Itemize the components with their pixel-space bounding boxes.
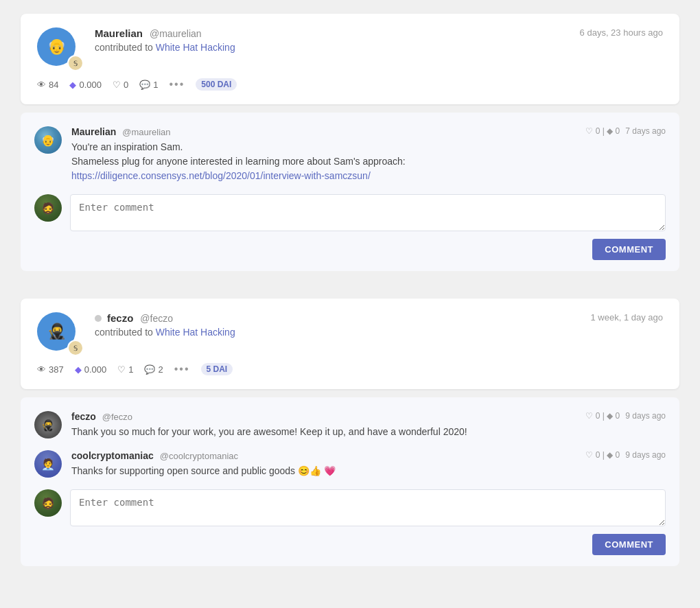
comment-user-1: Maurelian bbox=[71, 126, 116, 137]
comment-handle-2a: @feczo bbox=[102, 412, 132, 422]
speech-icon-2: 💬 bbox=[144, 364, 155, 375]
dai-badge-1: 500 DAI bbox=[196, 78, 237, 91]
dai-badge-2: 5 DAI bbox=[201, 363, 233, 375]
stat-likes-2: ♡ 1 bbox=[117, 364, 133, 375]
eth-icon-2: ◆ bbox=[75, 364, 82, 375]
stat-eth-2: ◆ 0.000 bbox=[75, 364, 107, 375]
comment-item-2a: 🥷 feczo @feczo ♡ 0 | ◆ 0 9 days ago Than… bbox=[34, 411, 666, 439]
post-meta-1: Maurelian @maurelian contributed to Whit… bbox=[95, 27, 235, 53]
post-handle-2: @feczo bbox=[140, 313, 173, 324]
comment-time-2b: 9 days ago bbox=[625, 450, 666, 460]
offline-indicator bbox=[95, 315, 102, 322]
more-dots-1[interactable]: ••• bbox=[169, 78, 185, 91]
post-card-2: 🥷 𝕊 feczo @feczo contributed to White Ha… bbox=[21, 299, 679, 389]
post-stats-1: 👁 84 ◆ 0.000 ♡ 0 💬 1 ••• 500 DAI bbox=[37, 78, 663, 91]
post-action-2: contributed to White Hat Hacking bbox=[95, 327, 235, 338]
comment-user-2b: coolcryptomaniac bbox=[71, 450, 154, 461]
post-project-link-2[interactable]: White Hat Hacking bbox=[156, 327, 235, 338]
comment-avatar-feczo: 🥷 bbox=[34, 411, 62, 439]
stat-views-1: 👁 84 bbox=[37, 80, 58, 90]
comment-button-2[interactable]: COMMENT bbox=[592, 534, 666, 555]
more-dots-2[interactable]: ••• bbox=[174, 363, 190, 375]
post-action-1: contributed to White Hat Hacking bbox=[95, 42, 235, 53]
comment-input-row-2: 🧔 COMMENT bbox=[34, 489, 666, 555]
comment-input-1[interactable] bbox=[70, 194, 666, 231]
post-handle-1: @maurelian bbox=[150, 28, 202, 39]
post-meta-2: feczo @feczo contributed to White Hat Ha… bbox=[95, 312, 235, 338]
commenter-avatar-1: 🧔 bbox=[34, 194, 62, 222]
commenter-avatar-2: 🧔 bbox=[34, 489, 62, 517]
comment-time-2a: 9 days ago bbox=[625, 411, 666, 421]
comment-section-1: 👴 Maurelian @maurelian ♡ 0 | ◆ 0 7 days … bbox=[21, 113, 679, 271]
speech-icon-1: 💬 bbox=[139, 80, 150, 90]
comment-item-2b: 🧑‍💼 coolcryptomaniac @coolcryptomaniac ♡… bbox=[34, 450, 666, 478]
comment-stats-2b: ♡ 0 | ◆ 0 bbox=[585, 450, 620, 460]
avatar-emoji: 👴 bbox=[47, 38, 66, 56]
comment-body-1: Maurelian @maurelian ♡ 0 | ◆ 0 7 days ag… bbox=[71, 126, 666, 183]
heart-icon-1: ♡ bbox=[113, 80, 121, 90]
stat-comments-2: 💬 2 bbox=[144, 364, 163, 375]
comment-body-2a: feczo @feczo ♡ 0 | ◆ 0 9 days ago Thank … bbox=[71, 411, 666, 439]
post-username-1: Maurelian bbox=[95, 27, 143, 39]
comment-handle-1: @maurelian bbox=[122, 127, 170, 137]
comment-avatar-maurelian: 👴 bbox=[34, 126, 62, 154]
stat-likes-1: ♡ 0 bbox=[113, 80, 128, 90]
post-username-2: feczo bbox=[107, 312, 133, 324]
stat-eth-1: ◆ 0.000 bbox=[69, 80, 102, 90]
avatar-wrap-2: 🥷 𝕊 bbox=[37, 312, 84, 356]
comment-handle-2b: @coolcryptomaniac bbox=[160, 451, 238, 461]
avatar-emoji-feczo: 🥷 bbox=[47, 323, 66, 340]
heart-icon-2: ♡ bbox=[117, 364, 126, 375]
stat-comments-1: 💬 1 bbox=[139, 80, 158, 90]
avatar-badge: 𝕊 bbox=[67, 55, 84, 71]
eth-icon-1: ◆ bbox=[69, 80, 76, 90]
comment-stats-2a: ♡ 0 | ◆ 0 bbox=[585, 411, 620, 421]
comment-stats-1: ♡ 0 | ◆ 0 bbox=[585, 126, 620, 136]
comment-text-2b: Thanks for supporting open source and pu… bbox=[71, 464, 666, 478]
comment-text-2a: Thank you so much for your work, you are… bbox=[71, 425, 666, 439]
eye-icon: 👁 bbox=[37, 80, 46, 90]
comment-input-row-1: 🧔 COMMENT bbox=[34, 194, 666, 260]
avatar-wrap-1: 👴 𝕊 bbox=[37, 27, 84, 71]
comment-item-1: 👴 Maurelian @maurelian ♡ 0 | ◆ 0 7 days … bbox=[34, 126, 666, 183]
avatar-badge-2: 𝕊 bbox=[67, 340, 84, 356]
comment-time-1: 7 days ago bbox=[625, 126, 666, 136]
comment-text-1: You're an inspiration Sam. Shameless plu… bbox=[71, 140, 666, 183]
comment-avatar-coolcrypto: 🧑‍💼 bbox=[34, 450, 62, 478]
comment-user-2a: feczo bbox=[71, 411, 96, 422]
comment-section-2: 🥷 feczo @feczo ♡ 0 | ◆ 0 9 days ago Than… bbox=[21, 397, 679, 566]
post-stats-2: 👁 387 ◆ 0.000 ♡ 1 💬 2 ••• 5 DAI bbox=[37, 363, 663, 375]
eye-icon-2: 👁 bbox=[37, 364, 46, 375]
post-project-link-1[interactable]: White Hat Hacking bbox=[156, 42, 235, 53]
post-time-2: 1 week, 1 day ago bbox=[590, 312, 663, 323]
post-card-1: 👴 𝕊 Maurelian @maurelian contributed to … bbox=[21, 14, 679, 104]
comment-link-1[interactable]: https://diligence.consensys.net/blog/202… bbox=[71, 170, 371, 181]
comment-input-2[interactable] bbox=[70, 489, 666, 526]
post-time-1: 6 days, 23 hours ago bbox=[580, 27, 663, 38]
stat-views-2: 👁 387 bbox=[37, 364, 64, 375]
comment-button-1[interactable]: COMMENT bbox=[592, 239, 666, 260]
comment-body-2b: coolcryptomaniac @coolcryptomaniac ♡ 0 |… bbox=[71, 450, 666, 478]
